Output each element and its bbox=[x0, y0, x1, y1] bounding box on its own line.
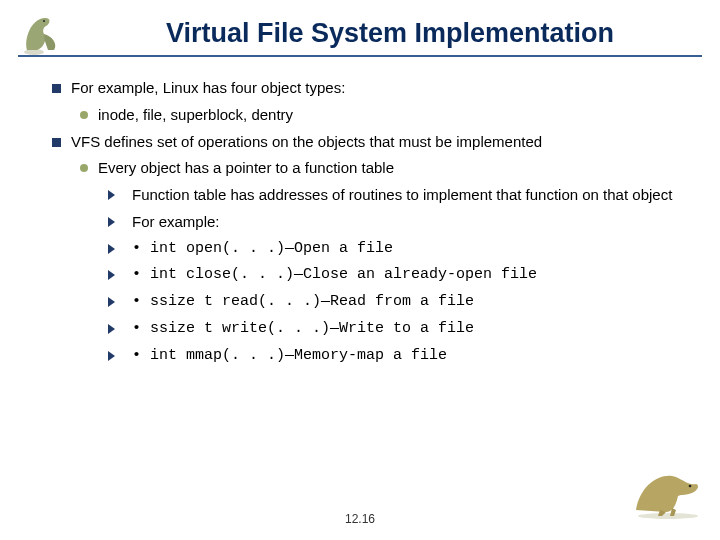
bullet-text: For example, Linux has four object types… bbox=[71, 79, 345, 98]
code-text: • int close(. . .)—Close an already-open… bbox=[132, 266, 537, 285]
svg-point-3 bbox=[689, 485, 692, 488]
bullet-level1: For example, Linux has four object types… bbox=[52, 79, 680, 98]
svg-point-1 bbox=[43, 20, 45, 22]
slide: Virtual File System Implementation For e… bbox=[0, 0, 720, 540]
dot-bullet-icon bbox=[80, 111, 88, 119]
bullet-level3: • ssize t write(. . .)—Write to a file bbox=[108, 320, 680, 339]
bullet-text: Function table has addresses of routines… bbox=[132, 186, 672, 205]
bullet-level3: For example: bbox=[108, 213, 680, 232]
dinosaur-top-icon bbox=[22, 10, 82, 56]
square-bullet-icon bbox=[52, 84, 61, 93]
bullet-text: inode, file, superblock, dentry bbox=[98, 106, 293, 125]
triangle-bullet-icon bbox=[108, 244, 122, 254]
dot-bullet-icon bbox=[80, 164, 88, 172]
bullet-level2: inode, file, superblock, dentry bbox=[80, 106, 680, 125]
triangle-bullet-icon bbox=[108, 190, 122, 200]
bullet-level1: VFS defines set of operations on the obj… bbox=[52, 133, 680, 152]
bullet-level3: • int close(. . .)—Close an already-open… bbox=[108, 266, 680, 285]
page-number: 12.16 bbox=[0, 512, 720, 526]
triangle-bullet-icon bbox=[108, 217, 122, 227]
bullet-level3: • int mmap(. . .)—Memory-map a file bbox=[108, 347, 680, 366]
square-bullet-icon bbox=[52, 138, 61, 147]
code-text: • int mmap(. . .)—Memory-map a file bbox=[132, 347, 447, 366]
bullet-text: For example: bbox=[132, 213, 220, 232]
code-text: • ssize t read(. . .)—Read from a file bbox=[132, 293, 474, 312]
bullet-level3: • ssize t read(. . .)—Read from a file bbox=[108, 293, 680, 312]
triangle-bullet-icon bbox=[108, 270, 122, 280]
triangle-bullet-icon bbox=[108, 324, 122, 334]
slide-title: Virtual File System Implementation bbox=[78, 18, 702, 49]
code-text: • ssize t write(. . .)—Write to a file bbox=[132, 320, 474, 339]
triangle-bullet-icon bbox=[108, 351, 122, 361]
slide-content: For example, Linux has four object types… bbox=[0, 57, 720, 365]
bullet-level2: Every object has a pointer to a function… bbox=[80, 159, 680, 178]
bullet-text: Every object has a pointer to a function… bbox=[98, 159, 394, 178]
code-text: • int open(. . .)—Open a file bbox=[132, 240, 393, 259]
bullet-level3: Function table has addresses of routines… bbox=[108, 186, 680, 205]
bullet-text: VFS defines set of operations on the obj… bbox=[71, 133, 542, 152]
bullet-level3: • int open(. . .)—Open a file bbox=[108, 240, 680, 259]
slide-header: Virtual File System Implementation bbox=[0, 0, 720, 49]
triangle-bullet-icon bbox=[108, 297, 122, 307]
